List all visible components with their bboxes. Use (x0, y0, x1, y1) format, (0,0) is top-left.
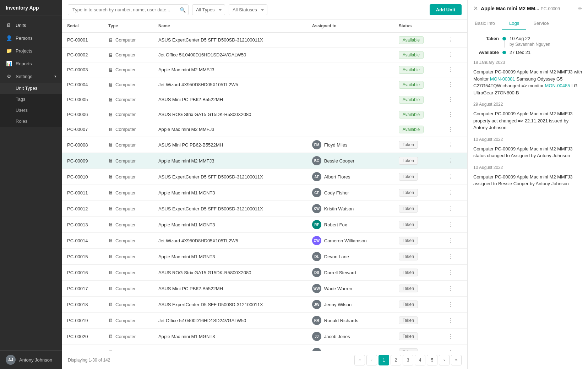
tab-service[interactable]: Service (526, 17, 556, 30)
type-label: Computer (115, 112, 136, 117)
table-row[interactable]: PC-00006 🖥 Computer ASUS ROG Strix GA15 … (62, 107, 467, 122)
more-options-button[interactable]: ⋮ (446, 66, 456, 74)
more-options-button[interactable]: ⋮ (446, 237, 456, 245)
sidebar-item-settings[interactable]: ⚙ Settings ▾ (0, 70, 62, 83)
cell-name: Apple Mac mini M1 MGNT3 (153, 217, 307, 233)
tab-logs[interactable]: Logs (502, 17, 526, 30)
more-options-button[interactable]: ⋮ (446, 125, 456, 133)
table-row[interactable]: PC-00018 🖥 Computer ASUS ExpertCenter D5… (62, 297, 467, 313)
table-row[interactable]: PC-00005 🖥 Computer ASUS Mini PC PB62-B5… (62, 92, 467, 107)
assigned-name: Darrell Steward (324, 270, 356, 275)
cell-more: ⋮ (441, 185, 467, 201)
table-row[interactable]: PC-00013 🖥 Computer Apple Mac mini M1 MG… (62, 217, 467, 233)
type-label: Computer (115, 254, 136, 259)
more-options-button[interactable]: ⋮ (446, 253, 456, 261)
log-entry-text: Computer PC-00009 Apple Mac mini M2 MMFJ… (473, 68, 582, 96)
more-options-button[interactable]: ⋮ (446, 301, 456, 309)
more-options-button[interactable]: ⋮ (446, 141, 456, 149)
more-options-button[interactable]: ⋮ (446, 173, 456, 181)
table-row[interactable]: PC-00001 🖥 Computer ASUS ExpertCenter D5… (62, 32, 467, 48)
table-row[interactable]: PC-00004 🖥 Computer Jet Wizard 4X950D8HD… (62, 77, 467, 92)
pagination-page-2[interactable]: 2 (391, 355, 401, 365)
table-row[interactable]: PC-00019 🖥 Computer Jet Office 5i10400D1… (62, 313, 467, 329)
more-options-button[interactable]: ⋮ (446, 51, 456, 59)
cell-more: ⋮ (441, 217, 467, 233)
table-row[interactable]: PC-00017 🖥 Computer ASUS Mini PC PB62-B5… (62, 281, 467, 297)
cell-serial: PC-00020 (62, 329, 103, 345)
table-row[interactable]: PC-00003 🖥 Computer Apple Mac mini M2 MM… (62, 62, 467, 77)
log-link[interactable]: MON-00381 (490, 76, 515, 82)
table-row[interactable]: PC-00008 🖥 Computer ASUS Mini PC PB62-B5… (62, 137, 467, 153)
table-row[interactable]: PC-00014 🖥 Computer Jet Wizard 4X950D8HD… (62, 233, 467, 249)
sidebar-item-roles[interactable]: Roles (0, 116, 62, 127)
sidebar-item-users[interactable]: Users (0, 105, 62, 116)
sidebar-item-tags[interactable]: Tags (0, 94, 62, 105)
cell-type: 🖥 Computer (103, 313, 153, 329)
more-options-button[interactable]: ⋮ (446, 205, 456, 213)
col-actions (441, 20, 467, 32)
more-options-button[interactable]: ⋮ (446, 269, 456, 277)
computer-icon: 🖥 (108, 127, 113, 132)
log-date-taken: 10 Aug 22 (510, 36, 550, 41)
more-options-button[interactable]: ⋮ (446, 81, 456, 89)
pagination-next[interactable]: › (439, 355, 450, 365)
more-options-button[interactable]: ⋮ (446, 95, 456, 104)
assigned-avatar: RR (312, 316, 321, 325)
table-row[interactable]: PC-00020 🖥 Computer Apple Mac mini M1 MG… (62, 329, 467, 345)
assigned-cell: WW Wade Warren (312, 284, 389, 293)
more-options-button[interactable]: ⋮ (446, 285, 456, 293)
table-row[interactable]: PC-00015 🖥 Computer Apple Mac mini M1 MG… (62, 249, 467, 265)
pagination-page-5[interactable]: 5 (427, 355, 437, 365)
sidebar-item-reports[interactable]: 📊 Reports (0, 57, 62, 70)
more-options-button[interactable]: ⋮ (446, 110, 456, 119)
table-row[interactable]: PC-00012 🖥 Computer ASUS ExpertCenter D5… (62, 201, 467, 217)
cell-type: 🖥 Computer (103, 345, 153, 351)
main-content: 🔍 All Types All Statuses Add Unit Serial… (62, 0, 467, 369)
search-input[interactable] (68, 4, 189, 15)
more-options-button[interactable]: ⋮ (446, 221, 456, 229)
table-row[interactable]: PC-00016 🖥 Computer ASUS ROG Strix GA15 … (62, 265, 467, 281)
more-options-button[interactable]: ⋮ (446, 332, 456, 341)
settings-sub-nav: Unit Types Tags Users Roles (0, 83, 62, 127)
cell-name: ASUS Mini PC PB62-B5522MH (153, 137, 307, 153)
pagination-prev[interactable]: ‹ (366, 355, 377, 365)
table-row[interactable]: PC-00009 🖥 Computer Apple Mac mini M2 MM… (62, 153, 467, 169)
sidebar-item-projects[interactable]: 📁 Projects (0, 44, 62, 57)
status-badge: Taken (399, 221, 418, 228)
pagination-first[interactable]: « (354, 355, 365, 365)
pagination-last[interactable]: » (451, 355, 462, 365)
pagination-page-3[interactable]: 3 (403, 355, 413, 365)
type-label: Computer (115, 37, 136, 43)
panel-edit-button[interactable]: ✏ (578, 6, 582, 11)
add-unit-button[interactable]: Add Unit (430, 4, 462, 15)
more-options-button[interactable]: ⋮ (446, 157, 456, 165)
cell-type: 🖥 Computer (103, 329, 153, 345)
more-options-button[interactable]: ⋮ (446, 189, 456, 197)
table-row[interactable]: PC-00010 🖥 Computer ASUS ExpertCenter D5… (62, 169, 467, 185)
tab-basic-info[interactable]: Basic Info (468, 17, 502, 30)
more-options-button[interactable]: ⋮ (446, 316, 456, 325)
computer-icon: 🖥 (108, 174, 113, 180)
more-options-button[interactable]: ⋮ (446, 348, 456, 351)
sidebar-item-units[interactable]: 🖥 Units (0, 19, 62, 32)
table-row[interactable]: PC-00011 🖥 Computer Apple Mac mini M1 MG… (62, 185, 467, 201)
panel-close-button[interactable]: ✕ (473, 5, 478, 12)
more-options-button[interactable]: ⋮ (446, 36, 456, 44)
status-filter-select[interactable]: All Statuses (229, 4, 267, 15)
type-filter-select[interactable]: All Types (192, 4, 225, 15)
sidebar-item-unit-types[interactable]: Unit Types (0, 83, 62, 94)
sidebar-item-persons[interactable]: 👤 Persons (0, 32, 62, 44)
assigned-cell: JW Jenny Wilson (312, 300, 389, 309)
table-row[interactable]: PC-00007 🖥 Computer Apple Mac mini M2 MM… (62, 122, 467, 137)
computer-icon: 🖥 (108, 97, 113, 103)
assigned-avatar: WW (312, 284, 321, 293)
pagination-page-4[interactable]: 4 (415, 355, 425, 365)
log-link[interactable]: MON-00485 (545, 83, 570, 88)
table-row[interactable]: PC-00002 🖥 Computer Jet Office 5i10400D1… (62, 48, 467, 62)
assigned-avatar: BC (312, 156, 321, 165)
table-row[interactable]: PC-00021 🖥 Computer Jet Wizard 4X950D8HD… (62, 345, 467, 351)
search-button[interactable]: 🔍 (180, 7, 186, 13)
pagination-page-1[interactable]: 1 (379, 355, 389, 365)
computer-icon: 🖥 (108, 334, 113, 339)
assigned-cell: FM Floyd Miles (312, 140, 389, 149)
